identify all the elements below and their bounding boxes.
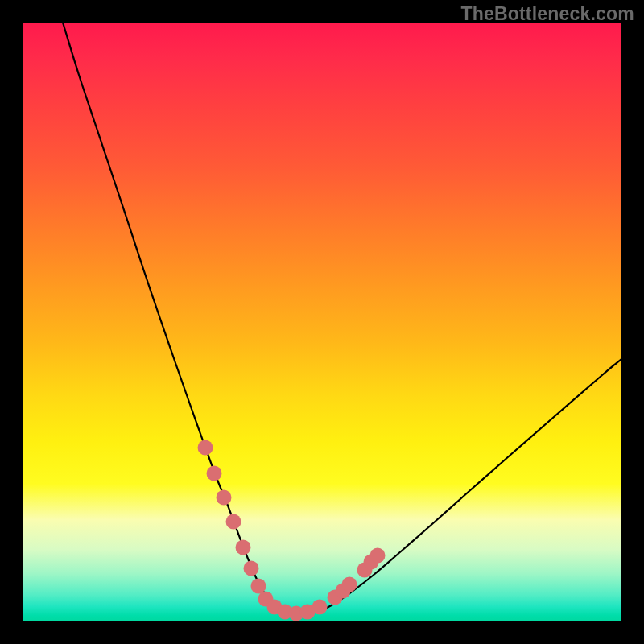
bottleneck-curve: [63, 23, 621, 614]
curve-marker: [251, 579, 266, 594]
curve-marker: [244, 561, 259, 576]
curve-marker: [217, 490, 232, 506]
watermark-text: TheBottleneck.com: [460, 3, 634, 25]
curve-marker: [207, 466, 222, 481]
curve-marker: [226, 514, 242, 530]
chart-frame: TheBottleneck.com: [0, 0, 644, 644]
curve-marker: [236, 540, 251, 555]
curve-markers: [198, 440, 386, 621]
curve-marker: [342, 577, 357, 592]
curve-marker: [198, 440, 213, 456]
curve-svg: [23, 23, 621, 621]
curve-marker: [370, 548, 386, 564]
curve-marker: [312, 600, 328, 615]
plot-area: [23, 23, 621, 621]
